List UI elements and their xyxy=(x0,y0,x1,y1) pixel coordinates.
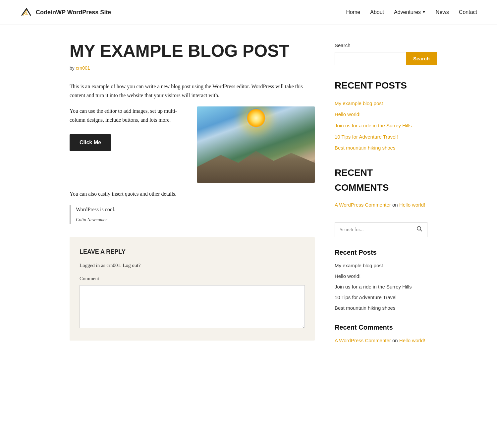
list-item: 10 Tips for Adventure Travel! xyxy=(335,133,427,141)
search-icon xyxy=(416,226,422,232)
logout-link[interactable]: Log out? xyxy=(123,263,140,268)
site-content: My Example Blog Post by crn001 This is a… xyxy=(50,25,447,361)
list-item: 10 Tips for Adventure Travel xyxy=(335,293,427,301)
search-input[interactable] xyxy=(335,52,406,65)
recent-posts-plain-list: My example blog post Hello world! Join u… xyxy=(335,262,427,312)
list-item: My example blog post xyxy=(335,99,427,108)
list-item: Join us for a ride in the Surrey Hills xyxy=(335,283,427,291)
post-title: My Example Blog Post xyxy=(70,41,315,60)
post-after-image-paragraph: You can also easily insert quotes and ot… xyxy=(70,189,315,198)
comment-label: Comment xyxy=(80,275,305,283)
logo-icon xyxy=(20,6,32,19)
blockquote-cite: Colin Newcomer xyxy=(76,217,107,222)
nav-about[interactable]: About xyxy=(370,8,384,17)
post-column-image xyxy=(197,106,315,183)
svg-line-6 xyxy=(420,230,422,231)
blockquote-text: WordPress is cool. xyxy=(76,205,315,214)
recent-post-link-5[interactable]: Best mountain hiking shoes xyxy=(335,145,395,151)
list-item: My example blog post xyxy=(335,262,427,270)
post-body: This is an example of how you can write … xyxy=(70,82,315,224)
post-author-link[interactable]: crn001 xyxy=(76,65,90,71)
recent-posts-widget-plain: Recent Posts My example blog post Hello … xyxy=(335,247,427,312)
post-blockquote: WordPress is cool. Colin Newcomer xyxy=(70,205,315,224)
post-col-paragraph: You can use the editor to add images, se… xyxy=(70,106,187,124)
comment-section: Leave a Reply Logged in as crn001. Log o… xyxy=(70,237,315,341)
main-content: My Example Blog Post by crn001 This is a… xyxy=(70,41,315,345)
recent-comments-title: Recent Comments xyxy=(335,165,427,195)
search-input-2[interactable] xyxy=(335,223,412,236)
post-column-text: You can use the editor to add images, se… xyxy=(70,106,187,151)
site-logo[interactable]: CodeinWP WordPress Site xyxy=(20,6,111,19)
nav-adventures[interactable]: Adventures ▼ xyxy=(394,8,426,17)
comment-logged-in-text: Logged in as crn001. Log out? xyxy=(80,261,305,269)
post-columns: You can use the editor to add images, se… xyxy=(70,106,315,183)
post-meta: by crn001 xyxy=(70,64,315,72)
recent-post-link-4[interactable]: 10 Tips for Adventure Travel! xyxy=(335,134,398,140)
comment-on-text: on xyxy=(392,202,398,208)
recent-post-link-1[interactable]: My example blog post xyxy=(335,100,383,106)
nav-home[interactable]: Home xyxy=(346,8,360,17)
list-item: Best mountain hiking shoes xyxy=(335,144,427,152)
comment-section-title: Leave a Reply xyxy=(80,247,305,257)
recent-comments-title-2: Recent Comments xyxy=(335,322,427,333)
site-title-text: CodeinWP WordPress Site xyxy=(36,8,111,17)
post-by-label: by xyxy=(70,65,75,71)
nav-news[interactable]: News xyxy=(436,8,449,17)
comment-textarea[interactable] xyxy=(80,285,305,328)
post-intro-paragraph: This is an example of how you can write … xyxy=(70,82,315,100)
recent-posts-list: My example blog post Hello world! Join u… xyxy=(335,99,427,152)
recent-posts-title: Recent Posts xyxy=(335,78,427,93)
search-widget-label: Search xyxy=(335,41,427,49)
click-me-button[interactable]: Click Me xyxy=(70,134,111,151)
recent-post-link-2[interactable]: Hello world! xyxy=(335,111,360,117)
search-row: Search xyxy=(335,52,427,65)
list-item: Hello world! xyxy=(335,110,427,119)
commenter-link[interactable]: A WordPress Commenter xyxy=(335,202,391,208)
list-item: Hello world! xyxy=(335,272,427,280)
recent-post-link-3[interactable]: Join us for a ride in the Surrey Hills xyxy=(335,123,412,128)
site-header: CodeinWP WordPress Site Home About Adven… xyxy=(0,0,497,25)
recent-comment-entry-2: A WordPress Commenter on Hello world! xyxy=(335,337,427,345)
main-nav: Home About Adventures ▼ News Contact xyxy=(346,8,477,17)
mountain-photo xyxy=(197,106,315,183)
recent-comments-widget-styled: Recent Comments A WordPress Commenter on… xyxy=(335,165,427,209)
search-icon-button-2[interactable] xyxy=(412,223,427,237)
comment-post-link-2[interactable]: Hello world! xyxy=(399,338,425,343)
recent-comments-widget-plain: Recent Comments A WordPress Commenter on… xyxy=(335,322,427,345)
commenter-link-2[interactable]: A WordPress Commenter xyxy=(335,338,391,343)
search-widget: Search Search xyxy=(335,41,427,65)
svg-rect-0 xyxy=(20,6,32,19)
list-item: Best mountain hiking shoes xyxy=(335,304,427,312)
comment2-on-text: on xyxy=(392,338,399,343)
comment-post-link[interactable]: Hello world! xyxy=(399,202,425,208)
list-item: Join us for a ride in the Surrey Hills xyxy=(335,121,427,130)
recent-comment-entry: A WordPress Commenter on Hello world! xyxy=(335,201,427,209)
search-button[interactable]: Search xyxy=(406,52,437,65)
sidebar: Search Search Recent Posts My example bl… xyxy=(335,41,427,345)
search-widget-2 xyxy=(335,222,427,237)
nav-contact[interactable]: Contact xyxy=(459,8,477,17)
recent-posts-widget-styled: Recent Posts My example blog post Hello … xyxy=(335,78,427,152)
adventures-chevron-icon: ▼ xyxy=(422,9,426,15)
recent-posts-title-2: Recent Posts xyxy=(335,247,427,258)
